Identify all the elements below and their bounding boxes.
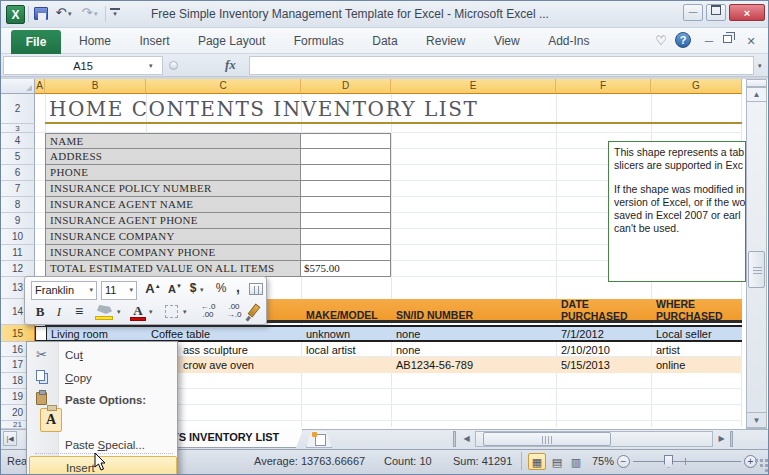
column-header-f[interactable]: F bbox=[556, 79, 651, 94]
cell-date[interactable]: 2/10/2010 bbox=[561, 344, 610, 356]
tab-file[interactable]: File bbox=[11, 30, 61, 54]
column-header-b[interactable]: B bbox=[45, 79, 146, 94]
cell-sn[interactable]: AB1234-56-789 bbox=[396, 359, 473, 371]
tab-page-layout[interactable]: Page Layout bbox=[186, 28, 277, 54]
split-handle[interactable] bbox=[746, 79, 767, 87]
view-page-break-button[interactable]: ▥ bbox=[567, 453, 585, 470]
info-label[interactable]: INSURANCE COMPANY PHONE bbox=[45, 245, 301, 261]
column-header-e[interactable]: E bbox=[391, 79, 556, 94]
row-header-4[interactable]: 4 bbox=[1, 133, 35, 149]
window-restore-icon[interactable] bbox=[723, 35, 732, 43]
fill-color-icon[interactable] bbox=[97, 305, 112, 314]
row-header-6[interactable]: 6 bbox=[1, 165, 35, 181]
row-header-15[interactable]: 15 bbox=[1, 325, 35, 342]
chevron-down-icon[interactable]: ▾ bbox=[117, 308, 121, 316]
info-value-cell[interactable] bbox=[301, 133, 391, 149]
formula-bar-handle[interactable] bbox=[169, 61, 178, 70]
column-header-a[interactable]: A bbox=[35, 79, 45, 94]
decrease-decimal-icon[interactable]: .00→.0 bbox=[223, 303, 245, 319]
column-header-c[interactable]: C bbox=[146, 79, 301, 94]
cell-date[interactable]: 7/1/2012 bbox=[561, 328, 604, 340]
name-box-dropdown-icon[interactable]: ▾ bbox=[149, 62, 153, 70]
ribbon-minimize-icon[interactable]: ─ bbox=[701, 32, 717, 50]
info-value-cell[interactable] bbox=[301, 197, 391, 213]
cell-room[interactable]: Living room bbox=[51, 328, 108, 340]
zoom-slider-track[interactable] bbox=[633, 461, 741, 462]
percent-style-icon[interactable]: % bbox=[213, 281, 229, 295]
select-all-corner[interactable] bbox=[1, 79, 35, 94]
view-normal-button[interactable]: ▦ bbox=[528, 453, 546, 470]
vertical-scroll-thumb[interactable] bbox=[748, 251, 765, 288]
workbook-close-icon[interactable]: ✕ bbox=[743, 32, 759, 50]
cell-item[interactable]: crow ave oven bbox=[183, 359, 254, 371]
row-header-8[interactable]: 8 bbox=[1, 197, 35, 213]
horizontal-scroll-thumb[interactable] bbox=[483, 432, 611, 446]
cell-item[interactable]: ass sculpture bbox=[183, 344, 248, 356]
scroll-up-icon[interactable]: ▲ bbox=[746, 87, 767, 102]
info-label[interactable]: NAME bbox=[45, 133, 301, 149]
name-box[interactable]: A15 bbox=[3, 56, 163, 75]
tab-view[interactable]: View bbox=[482, 28, 532, 54]
chevron-down-icon[interactable]: ▾ bbox=[200, 286, 204, 294]
info-value-cell[interactable] bbox=[301, 229, 391, 245]
info-value-cell[interactable] bbox=[301, 245, 391, 261]
info-label[interactable]: PHONE bbox=[45, 165, 301, 181]
cell-make[interactable]: unknown bbox=[306, 328, 350, 340]
paste-keep-text-button[interactable]: A bbox=[40, 408, 62, 432]
bold-icon[interactable]: B bbox=[33, 304, 47, 320]
fill-color-swatch[interactable] bbox=[95, 316, 113, 320]
save-icon[interactable] bbox=[34, 7, 48, 20]
row-header-3[interactable]: 3 bbox=[1, 124, 35, 133]
active-cell-a15[interactable] bbox=[35, 326, 47, 341]
row-header-11[interactable]: 11 bbox=[1, 245, 35, 261]
merge-center-icon[interactable] bbox=[249, 283, 263, 295]
window-maximize-button[interactable] bbox=[706, 4, 726, 21]
chevron-down-icon[interactable]: ▾ bbox=[149, 308, 153, 316]
tab-insert[interactable]: Insert bbox=[127, 28, 181, 54]
font-name-select[interactable]: Franklin▾ bbox=[31, 281, 97, 300]
scroll-down-icon[interactable]: ▼ bbox=[746, 412, 767, 428]
table-header-make-model[interactable]: MAKE/MODEL bbox=[306, 309, 378, 321]
table-header-date-purchased[interactable]: DATE PURCHASED bbox=[561, 298, 623, 322]
increase-decimal-icon[interactable]: ←.0.00 bbox=[197, 303, 219, 319]
grow-font-icon[interactable]: A▲ bbox=[143, 281, 163, 296]
tab-data[interactable]: Data bbox=[360, 28, 409, 54]
info-label[interactable]: ADDRESS bbox=[45, 149, 301, 165]
tab-formulas[interactable]: Formulas bbox=[282, 28, 356, 54]
comma-style-icon[interactable]: , bbox=[233, 279, 243, 295]
qat-customize-icon[interactable]: ▾ bbox=[110, 8, 120, 20]
column-header-d[interactable]: D bbox=[301, 79, 391, 94]
row-header-10[interactable]: 10 bbox=[1, 229, 35, 245]
table-header-where-purchased[interactable]: WHERE PURCHASED bbox=[656, 298, 726, 322]
column-header-g[interactable]: G bbox=[651, 79, 742, 94]
shape-notice-box[interactable]: This shape represents a tab slicers are … bbox=[608, 141, 746, 282]
redo-dropdown-icon[interactable]: ▾ bbox=[94, 10, 98, 18]
formula-input[interactable] bbox=[249, 56, 754, 75]
chevron-down-icon[interactable]: ▾ bbox=[183, 308, 187, 316]
accounting-format-icon[interactable]: $ bbox=[187, 281, 199, 295]
italic-icon[interactable]: I bbox=[53, 304, 65, 320]
help-icon[interactable]: ? bbox=[675, 32, 691, 48]
first-sheet-icon[interactable]: |◀ bbox=[3, 431, 17, 446]
menu-item-cut[interactable]: Cut bbox=[65, 345, 83, 365]
redo-icon[interactable]: ↷ bbox=[79, 3, 95, 23]
undo-icon[interactable]: ↶ bbox=[53, 3, 69, 23]
hscroll-left-icon[interactable]: ◀ bbox=[459, 431, 474, 447]
font-color-swatch[interactable] bbox=[130, 317, 146, 321]
row-header-7[interactable]: 7 bbox=[1, 181, 35, 197]
format-painter-icon[interactable] bbox=[248, 304, 261, 318]
expand-formula-bar-icon[interactable]: ▾ bbox=[758, 62, 762, 70]
info-label[interactable]: TOTAL ESTIMATED VALUE ON ALL ITEMS bbox=[45, 261, 301, 277]
tab-review[interactable]: Review bbox=[414, 28, 477, 54]
zoom-out-button[interactable]: − bbox=[617, 455, 630, 468]
shrink-font-icon[interactable]: A▼ bbox=[165, 283, 185, 295]
window-minimize-button[interactable]: — bbox=[683, 4, 703, 21]
cell-item[interactable]: Coffee table bbox=[151, 328, 210, 340]
row-header-12[interactable]: 12 bbox=[1, 261, 35, 277]
cell-where[interactable]: artist bbox=[656, 344, 680, 356]
cell-sn[interactable]: none bbox=[396, 328, 420, 340]
total-value-cell[interactable]: $575.00 bbox=[301, 261, 391, 277]
center-align-icon[interactable]: ≡ bbox=[71, 303, 87, 319]
undo-dropdown-icon[interactable]: ▾ bbox=[68, 10, 72, 18]
info-value-cell[interactable] bbox=[301, 149, 391, 165]
